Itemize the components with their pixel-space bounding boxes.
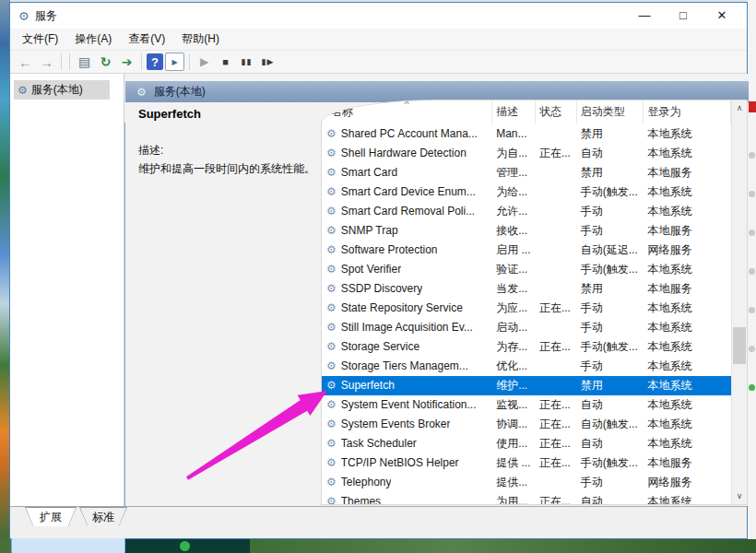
help-icon[interactable]: ? [147, 53, 163, 70]
services-window: ⚙ 服务 —□✕ 文件(F)操作(A)查看(V)帮助(H) ←→▦▤↻➔?▶▶■… [9, 2, 748, 539]
toolbar-separator [189, 53, 190, 70]
table-row[interactable]: ⚙SNMP Trap接收...手动本地服务 [322, 221, 731, 241]
table-row[interactable]: ⚙System Events Broker协调...正在...自动(触发...本… [322, 415, 731, 434]
background-red-mark [749, 101, 756, 112]
table-header: 名称^描述状态启动类型登录为 [322, 100, 731, 124]
description-label: 描述: [138, 143, 319, 159]
services-gear-icon: ⚙ [18, 84, 28, 97]
menu-item[interactable]: 查看(V) [120, 29, 173, 50]
table-row[interactable]: ⚙Telephony提供...手动网络服务 [322, 473, 731, 492]
background-logo [123, 539, 250, 553]
details-pane: ⚙ 服务(本地) Superfetch 描述: 维护和提高一段时间内的系统性能。… [125, 74, 749, 506]
description-text: 维护和提高一段时间内的系统性能。 [138, 161, 319, 177]
column-header-3[interactable]: 启动类型 [577, 100, 644, 124]
toolbar: ←→▦▤↻➔?▶▶■▮▮▮▶ [10, 50, 747, 74]
table-row[interactable]: ⚙Storage Service为存...正在...手动(触发...本地系统 [322, 337, 731, 357]
toolbar-separator [61, 53, 62, 70]
console-tree-panel: ⚙ 服务(本地) [10, 74, 124, 506]
table-row[interactable]: ⚙TCP/IP NetBIOS Helper提供 ...正在...手动(触发..… [322, 453, 731, 473]
table-row[interactable]: ⚙Task Scheduler使用...正在...自动本地系统 [322, 434, 731, 453]
scroll-down-icon[interactable]: ∨ [732, 488, 747, 504]
service-gear-icon: ⚙ [326, 202, 337, 221]
table-row[interactable]: ⚙SSDP Discovery当发...禁用本地服务 [322, 279, 731, 299]
table-row[interactable]: ⚙Superfetch维护...禁用本地系统 [322, 376, 731, 395]
service-gear-icon: ⚙ [326, 260, 337, 279]
services-gear-icon: ⚙ [18, 9, 30, 23]
column-header-4[interactable]: 登录为 [644, 100, 731, 124]
status-bar [10, 526, 747, 538]
close-button[interactable]: ✕ [703, 3, 741, 29]
table-row[interactable]: ⚙Smart Card管理...禁用本地服务 [322, 163, 731, 182]
service-gear-icon: ⚙ [326, 163, 337, 182]
column-header-2[interactable]: 状态 [536, 100, 577, 124]
menu-item[interactable]: 帮助(H) [173, 29, 228, 50]
table-row[interactable]: ⚙Smart Card Removal Poli...允许...手动本地系统 [322, 202, 731, 221]
selected-service-name: Superfetch [138, 107, 319, 121]
service-gear-icon: ⚙ [326, 182, 337, 202]
toolbar-separator [69, 53, 70, 70]
table-row[interactable]: ⚙Shared PC Account Mana...Man...禁用本地系统 [322, 124, 731, 144]
table-row[interactable]: ⚙State Repository Service为应...正在...手动本地系… [322, 299, 731, 318]
table-row[interactable]: ⚙Smart Card Device Enum...为给...手动(触发...本… [322, 182, 731, 202]
back-icon[interactable]: ← [16, 53, 35, 71]
service-gear-icon: ⚙ [326, 241, 337, 260]
table-row[interactable]: ⚙Software Protection启用 ...自动(延迟...网络服务 [322, 241, 731, 260]
menu-item[interactable]: 文件(F) [14, 29, 66, 50]
column-header-0[interactable]: 名称^ [322, 100, 492, 124]
service-gear-icon: ⚙ [326, 357, 337, 376]
tab-extended[interactable]: 扩展 [25, 507, 77, 526]
show-action-pane-icon[interactable]: ▶ [165, 53, 184, 71]
table-row[interactable]: ⚙Spot Verifier验证...手动(触发...本地系统 [322, 260, 731, 279]
tree-item-label: 服务(本地) [31, 82, 83, 98]
service-gear-icon: ⚙ [326, 318, 337, 337]
table-row[interactable]: ⚙Shell Hardware Detection为自...正在...自动本地系… [322, 144, 731, 163]
service-gear-icon: ⚙ [326, 124, 337, 144]
start-service-icon[interactable]: ▶ [195, 53, 214, 71]
properties-icon[interactable]: ▤ [75, 53, 94, 71]
export-list-icon[interactable]: ➔ [117, 53, 136, 71]
window-title: 服务 [35, 8, 57, 24]
table-row[interactable]: ⚙Themes为用...正在...自动本地系统 [322, 492, 731, 505]
service-gear-icon: ⚙ [326, 453, 337, 473]
tab-bar: 扩展标准 [10, 506, 747, 526]
desktop-wallpaper-right [748, 0, 756, 553]
toolbar-separator [141, 53, 142, 70]
pause-service-icon[interactable]: ▮▮ [237, 53, 256, 71]
service-gear-icon: ⚙ [326, 434, 337, 453]
tree-item-services-local[interactable]: ⚙ 服务(本地) [14, 80, 110, 100]
service-gear-icon: ⚙ [326, 395, 337, 415]
scrollbar-thumb[interactable] [733, 327, 746, 364]
sort-ascending-icon: ^ [405, 100, 409, 110]
service-gear-icon: ⚙ [326, 492, 337, 505]
service-gear-icon: ⚙ [326, 473, 337, 492]
pane-header-label: 服务(本地) [154, 84, 206, 100]
service-gear-icon: ⚙ [326, 415, 337, 434]
table-row[interactable]: ⚙Storage Tiers Managem...优化...手动本地系统 [322, 357, 731, 376]
forward-icon[interactable]: → [37, 53, 56, 71]
extended-description-panel: Superfetch 描述: 维护和提高一段时间内的系统性能。 [138, 107, 319, 177]
maximize-button[interactable]: □ [664, 3, 703, 29]
refresh-icon[interactable]: ↻ [96, 53, 115, 71]
column-header-1[interactable]: 描述 [492, 100, 536, 124]
stop-service-icon[interactable]: ■ [216, 53, 235, 71]
rows-container: ⚙Shared PC Account Mana...Man...禁用本地系统⚙S… [322, 124, 731, 504]
service-gear-icon: ⚙ [326, 221, 337, 241]
menu-bar: 文件(F)操作(A)查看(V)帮助(H) [10, 29, 747, 50]
minimize-button[interactable]: — [625, 3, 664, 29]
table-row[interactable]: ⚙System Event Notification...监视...正在...自… [322, 395, 731, 415]
services-gear-icon: ⚙ [136, 86, 147, 99]
services-list-panel: 名称^描述状态启动类型登录为 ⚙Shared PC Account Mana..… [321, 100, 748, 505]
service-gear-icon: ⚙ [326, 144, 337, 163]
menu-item[interactable]: 操作(A) [66, 29, 120, 50]
service-gear-icon: ⚙ [326, 299, 337, 318]
tab-standard[interactable]: 标准 [79, 507, 127, 526]
service-gear-icon: ⚙ [326, 376, 337, 395]
vertical-scrollbar[interactable]: ∧ ∨ [731, 100, 747, 504]
scroll-up-icon[interactable]: ∧ [732, 100, 747, 116]
table-row[interactable]: ⚙Still Image Acquisition Ev...启动...手动本地系… [322, 318, 731, 337]
background-dots [749, 152, 755, 159]
restart-service-icon[interactable]: ▮▶ [258, 53, 278, 71]
service-gear-icon: ⚙ [326, 279, 337, 299]
service-gear-icon: ⚙ [326, 337, 337, 357]
title-bar[interactable]: ⚙ 服务 —□✕ [10, 3, 747, 29]
